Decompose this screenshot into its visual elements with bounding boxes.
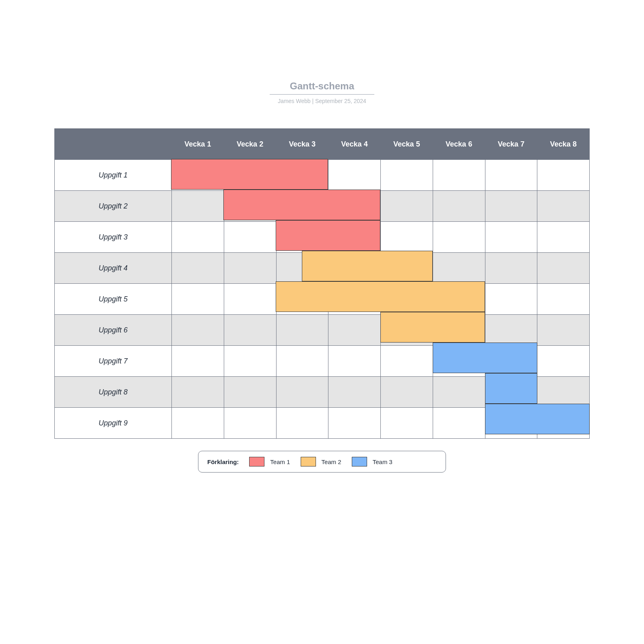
legend: Förklaring: Team 1 Team 2 Team 3 bbox=[198, 451, 446, 473]
cell bbox=[485, 284, 537, 315]
cell bbox=[381, 253, 433, 284]
cell bbox=[485, 315, 537, 346]
cell bbox=[172, 346, 224, 377]
column-header: Vecka 4 bbox=[328, 129, 381, 160]
cell bbox=[381, 346, 433, 377]
task-row: Uppgift 4 bbox=[55, 253, 590, 284]
cell bbox=[224, 222, 276, 253]
cell bbox=[224, 315, 276, 346]
cell bbox=[433, 408, 485, 439]
cell bbox=[276, 222, 328, 253]
cell bbox=[381, 191, 433, 222]
task-label: Uppgift 2 bbox=[55, 191, 172, 222]
legend-text: Team 2 bbox=[322, 458, 341, 465]
cell bbox=[172, 284, 224, 315]
separator: | bbox=[311, 98, 315, 104]
cell bbox=[433, 253, 485, 284]
cell bbox=[485, 346, 537, 377]
task-label: Uppgift 6 bbox=[55, 315, 172, 346]
task-row: Uppgift 8 bbox=[55, 377, 590, 408]
cell bbox=[276, 377, 328, 408]
cell bbox=[328, 284, 381, 315]
cell bbox=[328, 346, 381, 377]
cell bbox=[328, 315, 381, 346]
cell bbox=[224, 191, 276, 222]
cell bbox=[537, 315, 590, 346]
task-row: Uppgift 6 bbox=[55, 315, 590, 346]
cell bbox=[172, 408, 224, 439]
cell bbox=[328, 191, 381, 222]
column-header: Vecka 2 bbox=[224, 129, 276, 160]
legend-item: Team 3 bbox=[352, 457, 392, 466]
cell bbox=[224, 253, 276, 284]
task-label: Uppgift 4 bbox=[55, 253, 172, 284]
cell bbox=[381, 284, 433, 315]
legend-item: Team 1 bbox=[249, 457, 290, 466]
cell bbox=[485, 408, 537, 439]
gantt-table: Vecka 1Vecka 2Vecka 3Vecka 4Vecka 5Vecka… bbox=[54, 128, 590, 439]
cell bbox=[433, 160, 485, 191]
cell bbox=[224, 284, 276, 315]
task-label: Uppgift 9 bbox=[55, 408, 172, 439]
column-header: Vecka 5 bbox=[381, 129, 433, 160]
cell bbox=[276, 253, 328, 284]
cell bbox=[276, 191, 328, 222]
cell bbox=[328, 222, 381, 253]
cell bbox=[537, 408, 590, 439]
cell bbox=[276, 408, 328, 439]
task-label: Uppgift 8 bbox=[55, 377, 172, 408]
cell bbox=[381, 408, 433, 439]
cell bbox=[433, 377, 485, 408]
cell bbox=[537, 160, 590, 191]
legend-swatch-team3 bbox=[352, 457, 367, 466]
cell bbox=[172, 191, 224, 222]
author: James Webb bbox=[278, 98, 310, 104]
cell bbox=[381, 222, 433, 253]
cell bbox=[224, 377, 276, 408]
cell bbox=[537, 253, 590, 284]
cell bbox=[276, 160, 328, 191]
header-corner bbox=[55, 129, 172, 160]
cell bbox=[172, 222, 224, 253]
column-header: Vecka 7 bbox=[485, 129, 537, 160]
cell bbox=[328, 377, 381, 408]
task-row: Uppgift 3 bbox=[55, 222, 590, 253]
column-header: Vecka 8 bbox=[537, 129, 590, 160]
cell bbox=[328, 160, 381, 191]
column-header: Vecka 1 bbox=[172, 129, 224, 160]
cell bbox=[224, 408, 276, 439]
title-block: Gantt-schema James Webb | September 25, … bbox=[0, 80, 644, 104]
gantt-chart: Vecka 1Vecka 2Vecka 3Vecka 4Vecka 5Vecka… bbox=[54, 128, 590, 439]
legend-text: Team 3 bbox=[373, 458, 392, 465]
task-label: Uppgift 7 bbox=[55, 346, 172, 377]
cell bbox=[172, 253, 224, 284]
chart-title: Gantt-schema bbox=[0, 80, 644, 94]
cell bbox=[276, 284, 328, 315]
cell bbox=[328, 408, 381, 439]
cell bbox=[485, 222, 537, 253]
cell bbox=[224, 160, 276, 191]
cell bbox=[485, 253, 537, 284]
cell bbox=[381, 315, 433, 346]
cell bbox=[433, 222, 485, 253]
cell bbox=[485, 191, 537, 222]
column-header: Vecka 6 bbox=[433, 129, 485, 160]
cell bbox=[224, 346, 276, 377]
legend-text: Team 1 bbox=[270, 458, 290, 465]
task-row: Uppgift 1 bbox=[55, 160, 590, 191]
task-row: Uppgift 5 bbox=[55, 284, 590, 315]
legend-swatch-team2 bbox=[301, 457, 316, 466]
cell bbox=[537, 191, 590, 222]
cell bbox=[276, 315, 328, 346]
header-row: Vecka 1Vecka 2Vecka 3Vecka 4Vecka 5Vecka… bbox=[55, 129, 590, 160]
cell bbox=[485, 377, 537, 408]
column-header: Vecka 3 bbox=[276, 129, 328, 160]
task-label: Uppgift 1 bbox=[55, 160, 172, 191]
cell bbox=[537, 346, 590, 377]
legend-swatch-team1 bbox=[249, 457, 264, 466]
date: September 25, 2024 bbox=[315, 98, 366, 104]
cell bbox=[328, 253, 381, 284]
task-row: Uppgift 7 bbox=[55, 346, 590, 377]
cell bbox=[537, 222, 590, 253]
chart-subtitle: James Webb | September 25, 2024 bbox=[0, 98, 644, 104]
